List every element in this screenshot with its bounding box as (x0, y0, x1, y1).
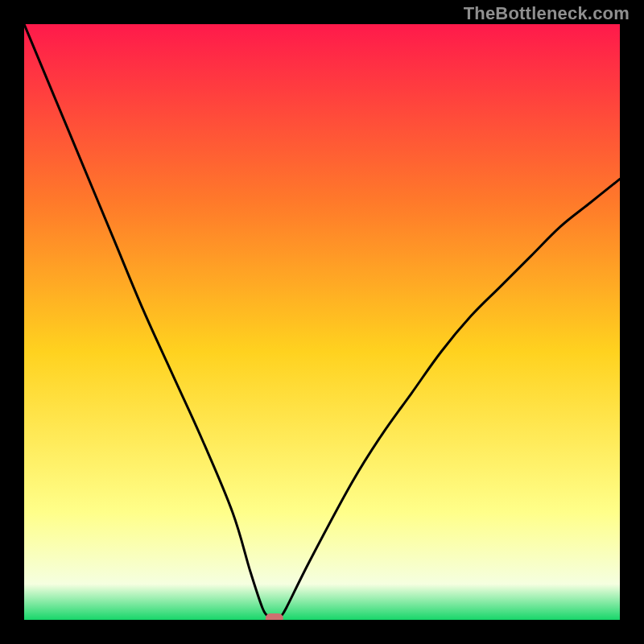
gradient-background (24, 24, 620, 620)
bottleneck-chart-svg (24, 24, 620, 620)
chart-frame: TheBottleneck.com (0, 0, 644, 644)
plot-area (24, 24, 620, 620)
watermark-text: TheBottleneck.com (464, 3, 630, 24)
optimal-point-marker (266, 613, 283, 620)
